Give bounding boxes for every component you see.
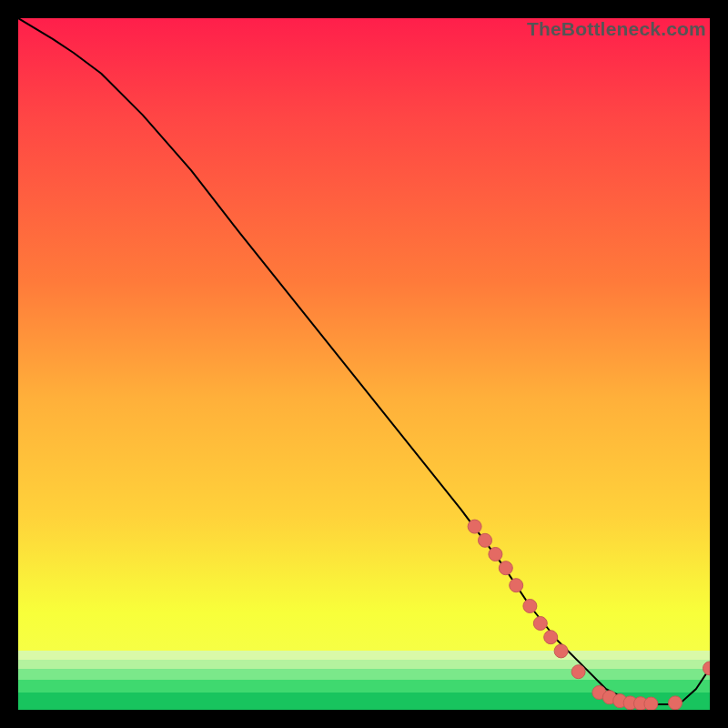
curve-layer xyxy=(18,18,710,710)
data-marker xyxy=(571,665,585,679)
data-marker xyxy=(523,600,537,613)
data-marker xyxy=(544,631,558,644)
data-marker xyxy=(554,644,568,658)
plot-area: TheBottleneck.com xyxy=(18,18,710,710)
bottleneck-curve xyxy=(18,18,710,704)
chart-stage: TheBottleneck.com xyxy=(0,0,728,728)
data-marker xyxy=(468,520,481,533)
watermark-label: TheBottleneck.com xyxy=(527,18,706,40)
data-marker xyxy=(533,617,547,631)
data-marker xyxy=(489,548,502,561)
data-marker xyxy=(479,533,492,547)
data-marker xyxy=(644,697,658,710)
data-marker xyxy=(499,561,512,575)
data-marker xyxy=(510,579,523,592)
data-marker xyxy=(703,662,711,675)
data-marker xyxy=(669,696,682,710)
